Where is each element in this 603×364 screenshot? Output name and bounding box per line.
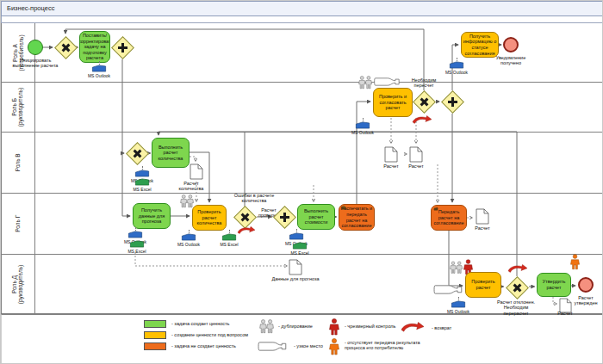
tool-label: MS Excel [133, 187, 151, 192]
hand-icon [433, 207, 438, 211]
legend-swatch-green [144, 320, 166, 328]
task-approve: Утвердить расчет [537, 273, 571, 297]
ms-excel-tool: MS Excel [121, 240, 152, 254]
legend-label: - возврат [432, 325, 483, 330]
task-calc-cost: Выполнить расчет стоимости [297, 204, 335, 230]
duplicate-figures-icon [259, 318, 275, 335]
tool-label: MS Excel [127, 249, 146, 254]
legend-swatch-amber [144, 331, 166, 339]
document-icon [289, 259, 302, 275]
tool-label: MS Excel [220, 242, 238, 247]
lane-role-b: Роль Б (руководитель) [1, 83, 603, 133]
task-set-task: Поставить/ скорректировать задачу на под… [79, 31, 110, 63]
pool-spacer [1, 16, 603, 23]
no-handover-person-icon [329, 338, 339, 355]
ms-outlook-tool: MS Outlook [173, 230, 204, 247]
ms-outlook-icon [181, 233, 196, 241]
document-label: Расчет [381, 163, 401, 169]
return-arrow-icon [401, 322, 425, 333]
tool-label: MS Outlook [88, 73, 110, 78]
task-check-calc: Проверить расчет [465, 272, 501, 298]
bottleneck-icon [433, 284, 463, 295]
ms-outlook-icon [134, 170, 150, 177]
ms-excel-tool: MS Excel [127, 178, 158, 192]
tool-label: MS Outlook [445, 70, 468, 75]
document-calc-qty [190, 163, 203, 180]
legend-swatch-orange [144, 342, 166, 350]
task-check-approve: Проверить и согласовать расчет [373, 88, 413, 117]
start-event [28, 40, 43, 55]
ms-outlook-tool: MS Outlook [443, 297, 474, 314]
document-label: Расчет количества [172, 181, 210, 192]
ms-outlook-tool: MS Outlook [441, 58, 472, 75]
document-icon [190, 163, 203, 180]
ms-excel-tool: MS Excel [284, 242, 315, 256]
ms-outlook-tool: MS Outlook [347, 118, 378, 135]
pool-title: Бизнес-процесс [1, 1, 603, 16]
ms-outlook-icon [451, 300, 466, 308]
bottleneck-icon [374, 77, 400, 87]
document-label: Расчет [406, 163, 426, 169]
tool-label: MS Outlook [447, 309, 469, 314]
duplicate-figures-icon [450, 260, 463, 275]
task-check-qty: Проверить расчет количества [192, 205, 227, 231]
no-handover-person-icon [570, 254, 580, 270]
ms-outlook-icon [289, 232, 304, 240]
lane-label-role-b: Роль Б (руководитель) [2, 83, 35, 132]
ms-outlook-icon [355, 121, 370, 129]
ms-excel-icon [221, 233, 237, 241]
return-arrow-icon [237, 226, 256, 235]
bpmn-diagram: Бизнес-процесс Роль А (потребитель) Роль… [0, 0, 603, 364]
task-get-data: Получить данные для прогноза [133, 203, 171, 229]
end-event-a-label: Уведомление получено [487, 55, 535, 66]
document-label: Расчет [472, 225, 493, 231]
lane-label-role-v: Роль В [2, 133, 35, 193]
ms-outlook-icon [127, 231, 143, 238]
task-get-status: Получить информацию о статусе согласован… [461, 32, 499, 58]
document-icon [384, 146, 398, 163]
lane-label-role-g: Роль Г [2, 194, 35, 254]
condition-label-errors-qty: Ошибки в расчете количества [228, 193, 280, 204]
duplicate-figures-icon [358, 75, 373, 90]
document-icon [409, 146, 423, 163]
document-label: Данные для прогноза [271, 276, 320, 281]
lane-label-role-d: Роль Д (руководитель) [2, 255, 35, 313]
legend-area [1, 314, 603, 364]
task-calc-qty: Выполнить расчет количества [152, 138, 190, 168]
document-calc-2 [409, 146, 423, 163]
printer-icon [341, 206, 346, 210]
ms-outlook-icon [449, 61, 464, 69]
return-arrow-icon [412, 115, 432, 125]
ms-outlook-tool: MS Outlook [84, 61, 115, 78]
tool-label: MS Outlook [177, 242, 200, 247]
end-event-d [578, 277, 594, 293]
ms-excel-icon [292, 242, 308, 250]
overcontrol-person-icon [329, 318, 339, 336]
tool-label: MS Excel [290, 250, 308, 256]
document-icon [476, 208, 489, 225]
ms-excel-icon [129, 240, 145, 248]
ms-excel-icon [134, 178, 150, 186]
end-event-a [503, 37, 519, 52]
document-label: Расчет [555, 311, 575, 316]
condition-label-need-recalc: Необходим пересчет [402, 77, 445, 89]
ms-outlook-icon [91, 65, 107, 72]
return-arrow-icon [507, 264, 528, 274]
bottleneck-icon [258, 341, 287, 352]
tool-label: MS Outlook [351, 130, 374, 135]
legend-label: - отсутствует передача результата процес… [345, 340, 439, 351]
document-calc-3 [476, 208, 489, 225]
condition-label-calc-rejected: Расчет отклонен. Необходим перерасчет [492, 299, 540, 316]
start-event-label: Инициировать выполнение расчета [11, 58, 59, 69]
document-calc-1 [384, 146, 398, 163]
document-forecast [289, 259, 302, 275]
lane-role-v: Роль В [1, 133, 603, 194]
